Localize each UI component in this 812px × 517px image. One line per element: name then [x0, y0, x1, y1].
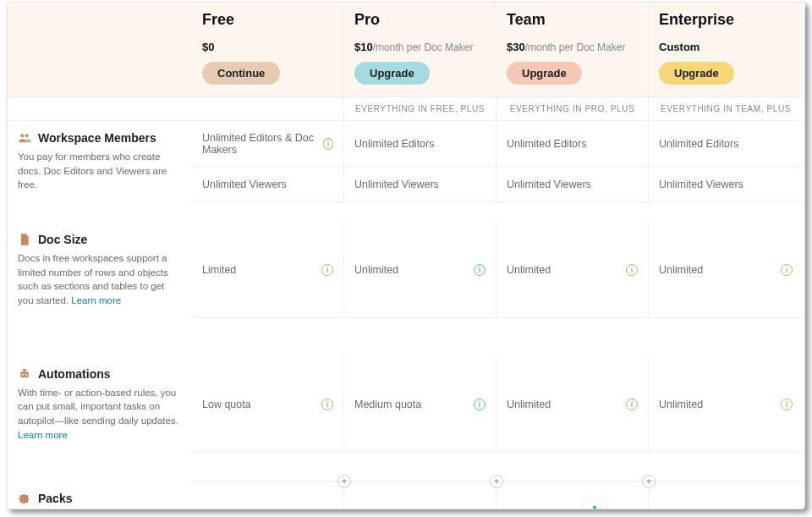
svg-point-1 — [25, 134, 29, 137]
plan-header-team: Team $30/month per Doc Maker Upgrade — [497, 3, 649, 97]
cell-auto-free: Low quotai — [192, 357, 344, 453]
svg-point-4 — [22, 373, 24, 375]
plan-sub-team: Everything in Pro, plus — [497, 97, 649, 121]
plan-header-pro: Pro $10/month per Doc Maker Upgrade — [344, 3, 497, 97]
cell-members-free-2: Unlimited Viewers — [192, 168, 344, 202]
pricing-table: Free $0 Continue Pro $10/month per Doc M… — [7, 2, 805, 509]
plus-icon: + — [642, 475, 656, 488]
feature-docsize: Doc Size Docs in free workspaces support… — [8, 223, 192, 318]
info-icon[interactable]: i — [626, 399, 638, 410]
packs-ent — [649, 481, 803, 509]
cell-auto-team: Unlimitedi — [497, 357, 649, 453]
svg-point-0 — [20, 134, 24, 137]
info-icon[interactable]: i — [781, 264, 793, 276]
feature-title: Packs — [38, 492, 72, 505]
packs-free: W — [192, 481, 344, 509]
feature-desc: You pay for members who create docs. Doc… — [18, 150, 182, 192]
cell-members-team-1: Unlimited Editors — [497, 121, 649, 168]
learn-more-link[interactable]: Learn more — [71, 295, 121, 305]
feature-title: Doc Size — [38, 233, 87, 246]
upgrade-button[interactable]: Upgrade — [507, 62, 582, 85]
cell-docsize-free: Limitedi — [192, 223, 344, 318]
info-icon[interactable]: i — [474, 264, 486, 276]
svg-rect-3 — [23, 369, 26, 371]
packs-pro: 31 — [344, 481, 497, 509]
plan-sub-pro: Everything in Free, plus — [344, 97, 497, 121]
cell-auto-ent: Unlimitedi — [649, 357, 803, 453]
cell-members-ent-2: Unlimited Viewers — [649, 168, 803, 202]
members-icon — [18, 131, 31, 145]
continue-button[interactable]: Continue — [202, 62, 280, 85]
cell-members-pro-2: Unlimited Viewers — [344, 168, 497, 202]
plan-name: Enterprise — [659, 11, 793, 29]
info-icon[interactable]: i — [781, 399, 793, 410]
plan-sub-enterprise: Everything in Team, plus — [649, 97, 803, 121]
cell-members-free-1: Unlimited Editors & Doc Makersi — [192, 121, 344, 168]
learn-more-link[interactable]: Learn more — [18, 430, 68, 440]
info-icon[interactable]: i — [323, 138, 333, 150]
feature-packs: Packs Packs connect your doc to the apps… — [8, 481, 192, 509]
upgrade-button[interactable]: Upgrade — [354, 62, 430, 85]
plan-name: Free — [202, 11, 333, 29]
svg-point-52 — [593, 506, 596, 509]
cell-docsize-ent: Unlimitedi — [649, 223, 803, 318]
plan-name: Team — [507, 11, 638, 29]
cell-docsize-pro: Unlimitedi — [344, 223, 497, 318]
cell-members-pro-1: Unlimited Editors — [344, 121, 497, 168]
doc-icon — [18, 233, 31, 246]
packs-team — [497, 481, 649, 509]
greenhouse-icon[interactable] — [582, 498, 607, 509]
info-icon[interactable]: i — [626, 264, 638, 276]
feature-members: Workspace Members You pay for members wh… — [8, 121, 192, 202]
svg-point-5 — [25, 373, 27, 375]
robot-icon — [18, 367, 31, 381]
feature-automations: Automations With time- or action-based r… — [8, 357, 192, 453]
cell-members-team-2: Unlimited Viewers — [497, 168, 649, 202]
plan-header-enterprise: Enterprise Custom Upgrade — [649, 3, 803, 97]
feature-title: Workspace Members — [38, 131, 156, 145]
upgrade-button[interactable]: Upgrade — [659, 62, 734, 85]
cell-members-ent-1: Unlimited Editors — [649, 121, 803, 168]
info-icon[interactable]: i — [474, 399, 486, 410]
feature-title: Automations — [38, 367, 111, 381]
plan-sub-free — [192, 97, 344, 121]
info-icon[interactable]: i — [321, 399, 333, 410]
info-icon[interactable]: i — [321, 264, 333, 276]
plus-icon: + — [337, 475, 351, 488]
plan-name: Pro — [354, 11, 486, 29]
svg-rect-2 — [20, 371, 28, 377]
cell-auto-pro: Medium quotai — [344, 357, 497, 453]
plan-header-free: Free $0 Continue — [192, 3, 344, 97]
puzzle-icon — [18, 492, 31, 505]
plus-icon: + — [490, 475, 503, 488]
header-blank — [8, 3, 192, 97]
cell-docsize-team: Unlimitedi — [497, 223, 649, 318]
